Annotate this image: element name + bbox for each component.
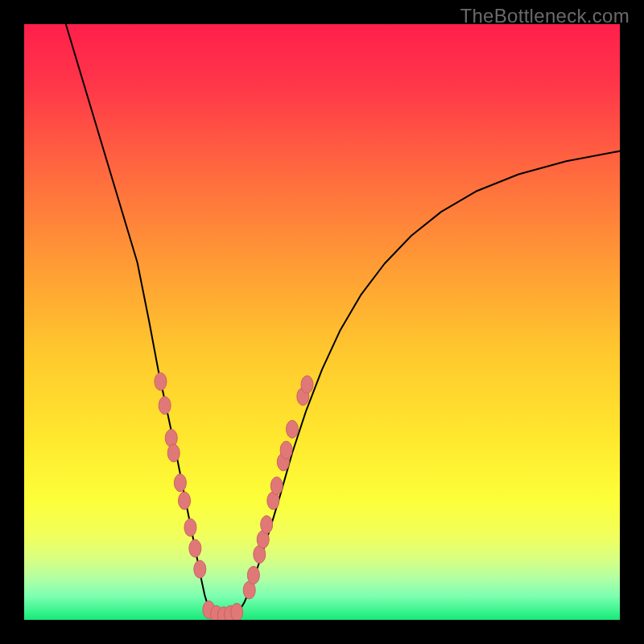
data-marker (179, 492, 191, 510)
data-marker (184, 518, 196, 536)
curve-layer (24, 24, 620, 620)
data-marker (159, 397, 171, 415)
data-marker (194, 560, 206, 578)
data-marker (287, 420, 299, 438)
data-marker (174, 474, 186, 492)
plot-area (24, 24, 620, 620)
data-marker (280, 441, 292, 459)
chart-frame: TheBottleneck.com (0, 0, 644, 644)
watermark-text: TheBottleneck.com (460, 5, 630, 27)
data-marker (261, 516, 273, 534)
data-marker (270, 477, 283, 495)
data-marker (155, 373, 167, 390)
data-marker (231, 603, 243, 620)
data-marker (247, 567, 259, 584)
bottleneck-curve (66, 24, 620, 617)
data-marker (189, 539, 201, 557)
data-marker (301, 376, 313, 394)
data-marker (167, 444, 180, 462)
